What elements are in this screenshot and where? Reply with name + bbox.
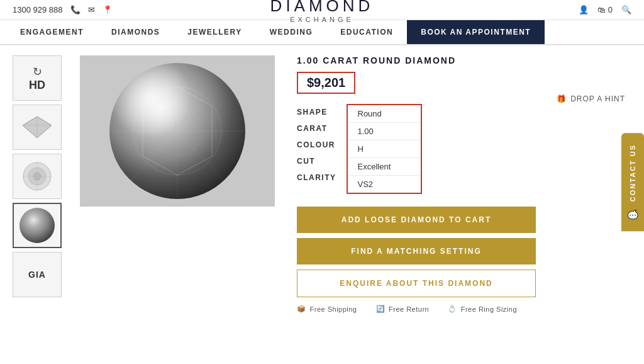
phone-icon: 📞 <box>70 5 80 14</box>
enquire-button[interactable]: ENQUIRE ABOUT THIS DIAMOND <box>297 270 536 297</box>
drop-hint-label: DROP A HINT <box>570 94 625 103</box>
top-bar: 1300 929 888 📞 ✉ 📍 DIAMOND EXCHANGE 👤 🛍 … <box>0 0 644 20</box>
specs-values: Round 1.00 H Excellent VS2 <box>347 104 422 194</box>
shipping-icon: 📦 <box>297 305 306 313</box>
diamond-side-svg <box>21 115 53 139</box>
footer-sizing: 💍 Free Ring Sizing <box>448 305 517 313</box>
drop-hint-button[interactable]: 🎁 DROP A HINT <box>557 94 625 103</box>
nav-education[interactable]: EDUCATION <box>326 20 407 44</box>
cart-icon[interactable]: 🛍 0 <box>597 5 613 14</box>
find-setting-button[interactable]: FIND A MATCHING SETTING <box>297 238 536 264</box>
thumb-diamond-circle[interactable] <box>13 154 62 199</box>
brand-logo[interactable]: DIAMOND EXCHANGE <box>270 0 374 23</box>
thumb-gia[interactable]: GIA <box>13 252 62 297</box>
sizing-label: Free Ring Sizing <box>461 305 517 313</box>
specs-table: SHAPE CARAT COLOUR CUT CLARITY Round 1.0… <box>297 104 625 194</box>
thumb-photo-svg <box>18 207 56 244</box>
returns-icon: 🔄 <box>376 305 386 313</box>
thumb-hd[interactable]: ↻ HD <box>13 55 62 101</box>
diamond-image-svg <box>80 55 275 207</box>
top-bar-right: 👤 🛍 0 🔍 <box>579 5 631 14</box>
price: $9,201 <box>307 76 345 89</box>
footer-shipping: 📦 Free Shipping <box>297 305 357 313</box>
spec-label-colour: COLOUR <box>297 137 347 153</box>
main-nav: ENGAGEMENT DIAMONDS JEWELLERY WEDDING ED… <box>0 20 644 45</box>
product-title: 1.00 CARAT ROUND DIAMOND <box>297 55 625 65</box>
nav-diamonds[interactable]: DIAMONDS <box>97 20 174 44</box>
returns-label: Free Return <box>389 305 429 313</box>
svg-point-8 <box>19 208 55 243</box>
shipping-label: Free Shipping <box>310 305 357 313</box>
specs-labels: SHAPE CARAT COLOUR CUT CLARITY <box>297 104 347 194</box>
gia-label: GIA <box>28 270 46 280</box>
nav-book-appointment[interactable]: BOOK AN APPOINTMENT <box>407 20 545 44</box>
brand-sub: EXCHANGE <box>270 16 374 23</box>
spec-label-carat: CARAT <box>297 120 347 137</box>
hd-text: HD <box>29 79 45 92</box>
search-icon[interactable]: 🔍 <box>621 5 631 14</box>
contact-side-container: 💬 CONTACT US <box>621 133 644 231</box>
account-icon[interactable]: 👤 <box>579 5 589 14</box>
spec-value-shape: Round <box>348 105 421 123</box>
spec-value-colour: H <box>348 140 421 158</box>
brand-name: DIAMOND <box>270 0 374 16</box>
main-content: ↻ HD <box>0 45 644 346</box>
sizing-icon: 💍 <box>448 305 457 313</box>
footer-returns: 🔄 Free Return <box>376 305 430 313</box>
location-icon[interactable]: 📍 <box>103 5 113 14</box>
contact-us-button[interactable]: 💬 CONTACT US <box>621 133 644 231</box>
hd-label: ↻ HD <box>29 65 45 92</box>
spec-value-clarity: VS2 <box>348 176 421 193</box>
nav-jewellery[interactable]: JEWELLERY <box>174 20 255 44</box>
rotate-icon: ↻ <box>33 65 42 79</box>
thumbnail-sidebar: ↻ HD <box>13 55 64 336</box>
contact-label: CONTACT US <box>629 144 636 202</box>
main-product-image[interactable] <box>80 55 275 207</box>
spec-label-clarity: CLARITY <box>297 169 347 186</box>
top-bar-left: 1300 929 888 📞 ✉ 📍 <box>13 5 113 14</box>
price-box: $9,201 <box>297 72 355 94</box>
footer-info: 📦 Free Shipping 🔄 Free Return 💍 Free Rin… <box>297 305 625 313</box>
add-to-cart-button[interactable]: ADD LOOSE DIAMOND TO CART <box>297 207 536 233</box>
hint-icon: 🎁 <box>557 94 567 103</box>
nav-wedding[interactable]: WEDDING <box>256 20 327 44</box>
email-icon[interactable]: ✉ <box>88 5 95 14</box>
diamond-circle-svg <box>21 161 53 192</box>
nav-engagement[interactable]: ENGAGEMENT <box>6 20 97 44</box>
spec-label-shape: SHAPE <box>297 104 347 120</box>
spec-label-cut: CUT <box>297 153 347 169</box>
spec-value-cut: Excellent <box>348 158 421 176</box>
thumb-diamond-side[interactable] <box>13 105 62 150</box>
spec-value-carat: 1.00 <box>348 123 421 140</box>
main-image-container <box>77 55 278 336</box>
thumb-photo-selected[interactable] <box>13 203 62 248</box>
phone-number[interactable]: 1300 929 888 <box>13 5 63 14</box>
contact-icon: 💬 <box>628 208 638 220</box>
